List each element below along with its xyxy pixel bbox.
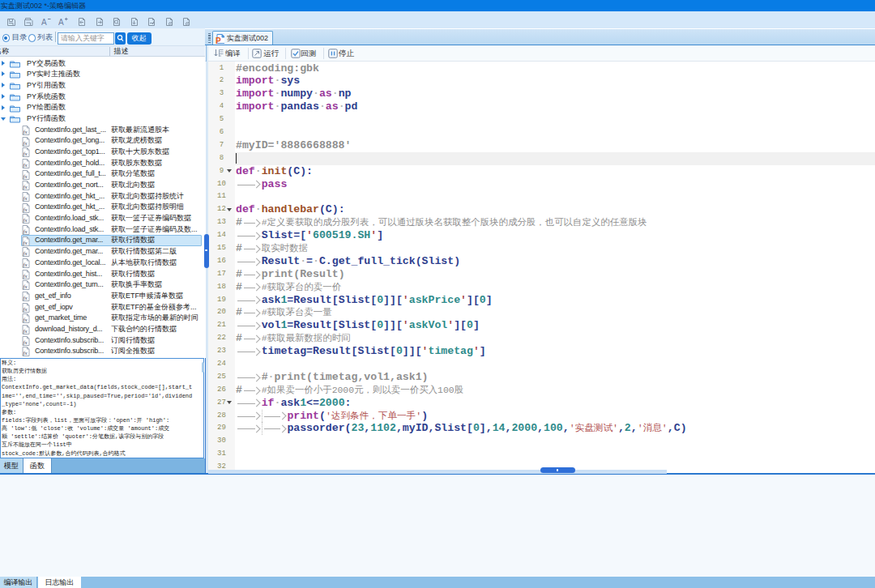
svg-text:fx: fx bbox=[23, 262, 28, 268]
svg-text:fx: fx bbox=[23, 250, 28, 257]
svg-text:fx: fx bbox=[23, 328, 28, 334]
svg-text:fx: fx bbox=[23, 239, 28, 245]
svg-text:fx: fx bbox=[23, 128, 28, 134]
svg-text:fx: fx bbox=[23, 162, 28, 168]
svg-text:fx: fx bbox=[23, 317, 28, 323]
svg-text:fx: fx bbox=[23, 217, 28, 224]
svg-text:fx: fx bbox=[23, 350, 28, 356]
svg-text:A: A bbox=[41, 18, 47, 27]
svg-text:fx: fx bbox=[23, 339, 28, 345]
svg-text:A: A bbox=[58, 18, 64, 27]
svg-text:fx: fx bbox=[23, 295, 28, 301]
svg-text:fx: fx bbox=[23, 151, 28, 157]
svg-text:fx: fx bbox=[23, 195, 28, 202]
svg-text:P: P bbox=[216, 36, 221, 45]
svg-text:fx: fx bbox=[23, 206, 28, 212]
svg-text:fx: fx bbox=[23, 139, 28, 146]
svg-text:fx: fx bbox=[23, 228, 28, 235]
svg-text:fx: fx bbox=[23, 173, 28, 179]
svg-text:fx: fx bbox=[23, 305, 28, 312]
svg-text:fx: fx bbox=[23, 184, 28, 190]
svg-text:fx: fx bbox=[23, 272, 28, 279]
svg-text:fx: fx bbox=[23, 283, 28, 290]
